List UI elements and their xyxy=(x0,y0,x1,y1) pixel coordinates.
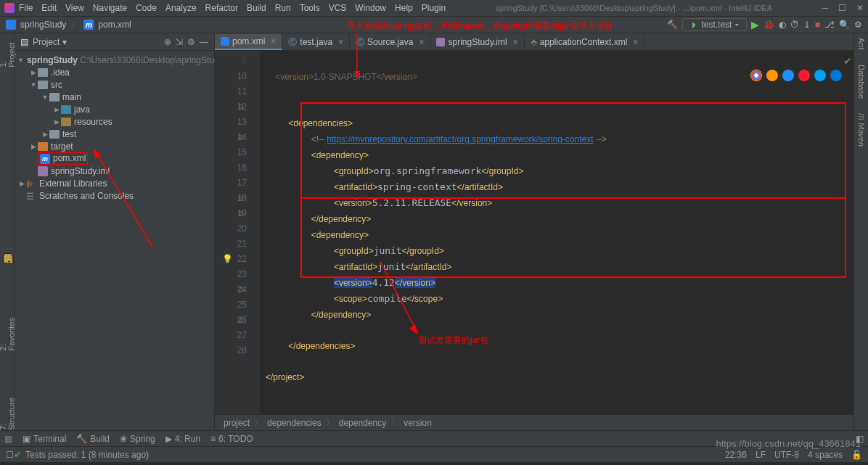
left-tool-strip: 1: Project 2: Favorites 7: Structure xyxy=(0,33,15,430)
code-content[interactable]: <version>1.0-SNAPSHOT</version> <depende… xyxy=(260,51,853,414)
right-tab-ant[interactable]: Ant xyxy=(857,38,866,50)
sidebar-gear-icon[interactable]: ⚙ xyxy=(187,37,195,47)
tab-build[interactable]: 🔨 Build xyxy=(76,434,110,444)
sidebar-view-selector[interactable]: Project ▾ xyxy=(33,37,67,47)
menu-run[interactable]: Run xyxy=(275,3,291,13)
browser-icons xyxy=(750,70,842,81)
tree-test[interactable]: ▶test xyxy=(15,128,214,140)
gutter: 9 1011 12⊟ 13 14⊟ 151617 18⊡ 19⊟ 2021 22… xyxy=(215,51,260,414)
tree-resources[interactable]: ▶resources xyxy=(15,115,214,128)
crumb-project[interactable]: project xyxy=(224,418,250,428)
tree-iml[interactable]: springStudy.iml xyxy=(15,165,214,177)
select-opened-icon[interactable]: ⊕ xyxy=(164,37,171,47)
run-button[interactable]: ▶ xyxy=(751,19,759,30)
menu-edit[interactable]: Edit xyxy=(41,3,57,13)
tree-extlib[interactable]: ▶⊪External Libraries xyxy=(15,177,214,189)
crumb-dep[interactable]: dependency xyxy=(339,418,386,428)
tree-target[interactable]: ▶target xyxy=(15,140,214,152)
expand-icon[interactable]: ⇲ xyxy=(176,37,183,47)
minimize-icon[interactable]: ─ xyxy=(822,3,828,13)
event-log-icon[interactable]: ◧ xyxy=(856,434,864,444)
window-title: springStudy [C:\Users\33066\Desktop\spri… xyxy=(446,4,822,12)
bottom-tool-tabs: ▦ ▣ Terminal 🔨 Build ❀ Spring ▶ 4: Run ≡… xyxy=(0,430,868,446)
tree-root[interactable]: ▼springStudy C:\Users\33066\Desktop\spri… xyxy=(15,54,214,66)
app-logo-icon xyxy=(4,3,15,13)
stop-icon[interactable]: ■ xyxy=(815,20,820,30)
safari-icon[interactable] xyxy=(782,70,794,81)
tab-pom[interactable]: pom.xml× xyxy=(215,34,282,50)
line-ending[interactable]: LF xyxy=(756,450,766,460)
tab-spring[interactable]: ❀ Spring xyxy=(120,434,155,444)
code-editor[interactable]: 9 1011 12⊟ 13 14⊟ 151617 18⊡ 19⊟ 2021 22… xyxy=(215,51,853,414)
analysis-ok-icon[interactable]: ✔ xyxy=(843,54,852,69)
attach-icon[interactable]: ⤓ xyxy=(803,20,811,30)
coverage-icon[interactable]: ◐ xyxy=(779,20,786,30)
right-tab-database[interactable]: Database xyxy=(857,65,866,99)
tree-main[interactable]: ▼main xyxy=(15,91,214,103)
menu-build[interactable]: Build xyxy=(247,3,266,13)
tree-java[interactable]: ▶java xyxy=(15,103,214,115)
tree-pom[interactable]: mpom.xml xyxy=(15,152,214,165)
editor-breadcrumbs: project〉 dependencies〉 dependency〉 versi… xyxy=(215,414,853,430)
tab-appctx[interactable]: ⬘applicationContext.xml× xyxy=(525,34,645,50)
project-sidebar: ▤ Project ▾ ⊕ ⇲ ⚙ — ▼springStudy C:\User… xyxy=(15,33,215,430)
crumb-version[interactable]: version xyxy=(404,418,432,428)
indent-info[interactable]: 4 spaces xyxy=(808,450,843,460)
tab-run[interactable]: ▶ 4: Run xyxy=(165,434,200,444)
intention-bulb-icon[interactable]: 💡 xyxy=(222,252,233,267)
readonly-lock-icon[interactable]: 🔓 xyxy=(851,450,862,460)
tree-scratch[interactable]: ☰Scratches and Consoles xyxy=(15,189,214,202)
close-icon[interactable]: ✕ xyxy=(856,3,864,13)
menu-window[interactable]: Window xyxy=(355,3,386,13)
ie-icon[interactable] xyxy=(814,70,826,81)
right-tab-maven[interactable]: m Maven xyxy=(856,113,867,147)
file-encoding[interactable]: UTF-8 xyxy=(774,450,799,460)
menu-analyze[interactable]: Analyze xyxy=(165,3,197,13)
tab-test[interactable]: Ⓒtest.java× xyxy=(282,34,350,50)
menu-tools[interactable]: Tools xyxy=(300,3,320,13)
editor-tabs: pom.xml× Ⓒtest.java× ⒸSource.java× sprin… xyxy=(215,33,853,51)
debug-button[interactable]: 🐞 xyxy=(763,20,774,30)
left-tab-favorites[interactable]: 2: Favorites xyxy=(0,314,16,350)
hammer-icon[interactable]: 🔨 xyxy=(667,20,678,30)
main-menu: File Edit View Navigate Code Analyze Ref… xyxy=(19,3,446,13)
annotation-box-1 xyxy=(300,102,846,199)
tab-terminal[interactable]: ▣ Terminal xyxy=(22,434,66,444)
menu-file[interactable]: File xyxy=(19,3,33,13)
menu-vcs[interactable]: VCS xyxy=(329,3,347,13)
run-config-selector[interactable]: ⏵ test.test ▾ xyxy=(682,18,747,31)
left-tab-project[interactable]: 1: Project xyxy=(0,38,16,67)
menu-navigate[interactable]: Navigate xyxy=(93,3,127,13)
menu-help[interactable]: Help xyxy=(395,3,413,13)
tab-iml[interactable]: springStudy.iml× xyxy=(430,34,524,50)
breadcrumb-project[interactable]: springStudy xyxy=(20,20,66,30)
breadcrumb-file[interactable]: pom.xml xyxy=(98,20,131,30)
opera-icon[interactable] xyxy=(798,70,810,81)
menu-plugin[interactable]: Plugin xyxy=(422,3,446,13)
maximize-icon[interactable]: ☐ xyxy=(838,3,846,13)
profile-icon[interactable]: ⏱ xyxy=(790,20,799,30)
tab-todo[interactable]: ≡ 6: TODO xyxy=(210,434,253,444)
crumb-deps[interactable]: dependencies xyxy=(267,418,322,428)
nav-bar: springStudy 〉 m pom.xml 🔨 ⏵ test.test ▾ … xyxy=(0,16,868,33)
editor-area: pom.xml× Ⓒtest.java× ⒸSource.java× sprin… xyxy=(215,33,853,430)
tab-close-icon[interactable]: × xyxy=(271,36,276,46)
left-tab-structure[interactable]: 7: Structure xyxy=(0,394,16,430)
caret-position[interactable]: 22:36 xyxy=(725,450,747,460)
tests-ok-icon: ✔ xyxy=(14,450,21,460)
git-icon[interactable]: ⎇ xyxy=(824,20,835,30)
firefox-icon[interactable] xyxy=(766,70,778,81)
maven-file-icon: m xyxy=(83,20,94,30)
edge-icon[interactable] xyxy=(830,70,842,81)
status-toggle-icon[interactable]: ☐ xyxy=(6,450,14,460)
menu-refactor[interactable]: Refactor xyxy=(205,3,238,13)
search-icon[interactable]: 🔍 xyxy=(839,20,850,30)
tree-idea[interactable]: ▶.idea xyxy=(15,66,214,78)
settings-icon[interactable]: ⚙ xyxy=(854,20,862,30)
sidebar-hide-icon[interactable]: — xyxy=(200,37,208,47)
chrome-icon[interactable] xyxy=(750,70,762,81)
menu-code[interactable]: Code xyxy=(136,3,157,13)
tab-source[interactable]: ⒸSource.java× xyxy=(350,34,430,50)
tree-src[interactable]: ▼src xyxy=(15,78,214,91)
menu-view[interactable]: View xyxy=(65,3,84,13)
